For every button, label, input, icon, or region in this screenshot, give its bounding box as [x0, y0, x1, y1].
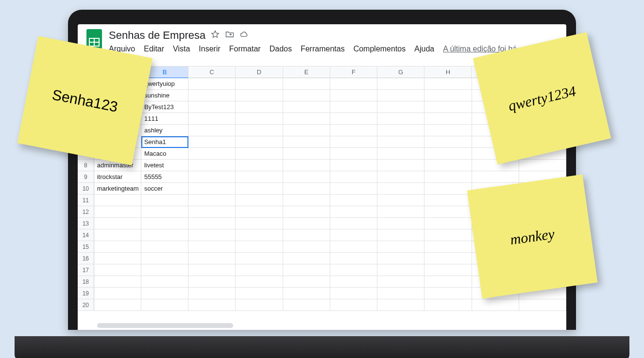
cell[interactable] [377, 101, 424, 113]
cell[interactable] [283, 206, 330, 218]
cell[interactable] [236, 101, 283, 113]
cell[interactable] [141, 264, 188, 276]
cell[interactable] [236, 195, 283, 206]
cell[interactable] [188, 264, 236, 276]
cell[interactable] [188, 148, 236, 160]
cell[interactable] [377, 264, 424, 276]
cell[interactable] [330, 78, 377, 90]
cell[interactable] [236, 218, 283, 229]
menu-editar[interactable]: Editar [144, 45, 164, 53]
cell[interactable]: ByTest123 [141, 101, 188, 113]
cell[interactable] [283, 183, 330, 195]
cell[interactable] [188, 241, 236, 253]
cell[interactable] [283, 288, 330, 299]
cell[interactable]: Macaco [141, 148, 188, 160]
cell[interactable] [141, 206, 188, 218]
cell[interactable] [330, 148, 377, 160]
cell[interactable] [424, 218, 472, 229]
cell[interactable]: itrockstar [94, 171, 141, 183]
cell[interactable] [188, 160, 236, 171]
cell[interactable] [188, 171, 236, 183]
menu-inserir[interactable]: Inserir [199, 45, 220, 53]
cell[interactable] [188, 195, 236, 206]
cell[interactable] [283, 218, 330, 229]
cell[interactable] [236, 113, 283, 125]
star-icon[interactable] [210, 30, 220, 42]
cell[interactable] [94, 206, 141, 218]
cloud-status-icon[interactable] [239, 30, 249, 42]
cell[interactable]: livetest [141, 160, 188, 171]
cell[interactable] [330, 253, 377, 264]
cell[interactable] [141, 195, 188, 206]
cell[interactable] [377, 136, 424, 148]
row-header[interactable]: 10 [78, 183, 94, 195]
cell[interactable]: soccer [141, 183, 188, 195]
cell[interactable] [236, 160, 283, 171]
cell[interactable] [283, 148, 330, 160]
cell[interactable] [330, 276, 377, 288]
cell[interactable] [330, 229, 377, 241]
cell[interactable] [377, 171, 424, 183]
cell[interactable] [377, 113, 424, 125]
cell[interactable] [377, 299, 424, 311]
row-header[interactable]: 14 [78, 229, 94, 241]
cell[interactable] [236, 299, 283, 311]
cell[interactable] [236, 136, 283, 148]
cell[interactable]: sunshine [141, 90, 188, 101]
cell[interactable] [330, 113, 377, 125]
cell[interactable]: ashley [141, 125, 188, 136]
cell[interactable] [424, 160, 472, 171]
cell[interactable] [377, 160, 424, 171]
cell[interactable] [94, 195, 141, 206]
cell[interactable] [424, 148, 472, 160]
cell[interactable] [236, 264, 283, 276]
cell[interactable] [377, 253, 424, 264]
cell[interactable] [330, 125, 377, 136]
cell[interactable] [236, 206, 283, 218]
row-header[interactable]: 19 [78, 288, 94, 299]
cell[interactable] [424, 276, 472, 288]
row-header[interactable]: 12 [78, 206, 94, 218]
cell[interactable] [236, 78, 283, 90]
cell[interactable] [283, 125, 330, 136]
cell[interactable] [330, 218, 377, 229]
cell[interactable] [330, 90, 377, 101]
cell[interactable] [188, 229, 236, 241]
cell[interactable] [141, 253, 188, 264]
cell[interactable] [283, 253, 330, 264]
cell[interactable] [236, 253, 283, 264]
cell[interactable] [236, 241, 283, 253]
cell[interactable]: 1111 [141, 113, 188, 125]
cell[interactable] [424, 183, 472, 195]
cell[interactable] [236, 90, 283, 101]
cell[interactable] [141, 276, 188, 288]
menu-dados[interactable]: Dados [270, 45, 292, 53]
menu-formatar[interactable]: Formatar [229, 45, 261, 53]
cell[interactable] [424, 171, 472, 183]
cell[interactable] [424, 253, 472, 264]
cell[interactable] [94, 229, 141, 241]
cell[interactable] [141, 299, 188, 311]
cell[interactable] [283, 160, 330, 171]
cell[interactable] [188, 113, 236, 125]
cell[interactable] [330, 264, 377, 276]
cell[interactable] [330, 171, 377, 183]
cell[interactable] [330, 160, 377, 171]
cell[interactable] [94, 253, 141, 264]
cell[interactable] [141, 241, 188, 253]
cell[interactable] [424, 229, 472, 241]
cell[interactable] [283, 195, 330, 206]
cell[interactable] [377, 148, 424, 160]
cell[interactable] [424, 299, 472, 311]
cell[interactable]: 55555 [141, 171, 188, 183]
cell[interactable] [330, 299, 377, 311]
cell[interactable] [188, 183, 236, 195]
cell[interactable] [330, 183, 377, 195]
cell[interactable] [94, 276, 141, 288]
cell[interactable] [424, 101, 472, 113]
cell[interactable] [236, 229, 283, 241]
column-header-d[interactable]: D [236, 66, 283, 78]
row-header[interactable]: 17 [78, 264, 94, 276]
cell[interactable]: marketingteam [94, 183, 141, 195]
cell[interactable] [283, 299, 330, 311]
